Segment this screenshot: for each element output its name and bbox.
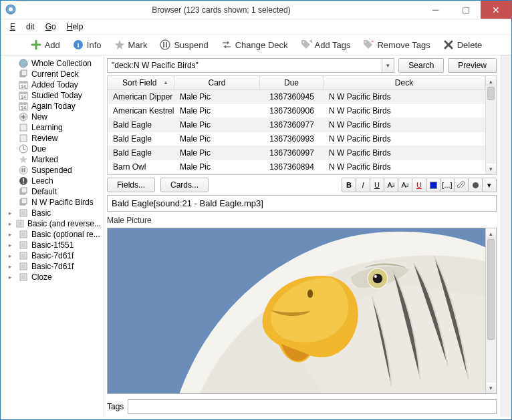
- info-button[interactable]: iInfo: [72, 39, 102, 51]
- cell-deck: N W Pacific Birds: [324, 146, 485, 160]
- table-header[interactable]: Sort Field▲ Card Due Deck: [108, 76, 485, 90]
- table-row[interactable]: American DipperMale Pic1367360945N W Pac…: [108, 90, 485, 104]
- search-button[interactable]: Search: [398, 58, 444, 73]
- cell-card: Male Pic: [174, 118, 260, 132]
- front-field[interactable]: Bald Eagle[sound:21 - Bald Eagle.mp3]: [107, 195, 497, 212]
- cloze-button[interactable]: [...]: [440, 178, 455, 192]
- italic-button[interactable]: I: [356, 178, 370, 192]
- sidebar-item[interactable]: Due: [2, 144, 102, 154]
- maximize-button[interactable]: ▢: [451, 1, 481, 19]
- sidebar-item[interactable]: 14Studied Today: [2, 90, 102, 101]
- sidebar-item[interactable]: Marked: [2, 154, 102, 165]
- image-scrollbar[interactable]: ▴ ▾: [485, 228, 496, 393]
- remove-tags-button[interactable]: −Remove Tags: [362, 39, 430, 51]
- fields-button[interactable]: Fields...: [107, 178, 155, 192]
- preview-button[interactable]: Preview: [448, 58, 497, 73]
- scroll-down-icon[interactable]: ▾: [486, 164, 496, 174]
- superscript-button[interactable]: A2: [384, 178, 398, 192]
- clear-format-button[interactable]: U: [412, 178, 426, 192]
- search-dropdown[interactable]: ▾: [382, 59, 394, 72]
- sidebar-item[interactable]: Whole Collection: [2, 58, 102, 69]
- sidebar-item[interactable]: Default: [2, 186, 102, 197]
- scroll-up-icon[interactable]: ▴: [486, 76, 496, 87]
- col-card[interactable]: Card: [174, 76, 260, 89]
- cell-card: Male Pic: [174, 90, 260, 103]
- sidebar-item[interactable]: ▸Basic-7d61f: [2, 261, 102, 272]
- bold-button[interactable]: B: [342, 178, 356, 192]
- col-deck[interactable]: Deck: [324, 76, 485, 89]
- add-tags-button[interactable]: +Add Tags: [300, 39, 351, 51]
- mark-button[interactable]: Mark: [114, 39, 148, 51]
- svg-point-11: [19, 59, 27, 67]
- sidebar-item[interactable]: Review: [2, 133, 102, 144]
- card-table[interactable]: Sort Field▲ Card Due Deck American Dippe…: [107, 75, 497, 175]
- add-button[interactable]: Add: [30, 39, 60, 51]
- sidebar-item[interactable]: Leech: [2, 176, 102, 186]
- sidebar-item[interactable]: ▸Cloze: [2, 272, 102, 282]
- menu-go[interactable]: Go: [40, 21, 61, 33]
- content-scrollbar[interactable]: [501, 55, 511, 417]
- record-button[interactable]: [468, 178, 483, 192]
- plus-circle-icon: [18, 112, 29, 122]
- sidebar-item[interactable]: ▸Basic-7d61f: [2, 250, 102, 261]
- col-due[interactable]: Due: [260, 76, 324, 89]
- cell-sort-field: Bald Eagle: [108, 132, 174, 146]
- sidebar-item[interactable]: Current Deck: [2, 69, 102, 79]
- delete-button[interactable]: Delete: [442, 39, 483, 51]
- text-color-button[interactable]: [426, 178, 440, 192]
- star-icon: [114, 39, 126, 51]
- attach-button[interactable]: [454, 178, 469, 192]
- menu-edit[interactable]: Edit: [5, 21, 40, 33]
- subscript-button[interactable]: A2: [398, 178, 412, 192]
- table-row[interactable]: Bald EagleMale Pic1367360993N W Pacific …: [108, 132, 485, 146]
- tree-toggle-icon[interactable]: ▸: [9, 231, 15, 238]
- sidebar-item-label: Suspended: [31, 166, 72, 175]
- sidebar-item[interactable]: ▸Basic-1f551: [2, 240, 102, 250]
- sidebar-item[interactable]: New: [2, 112, 102, 122]
- svg-rect-24: [20, 124, 27, 131]
- minimize-button[interactable]: ─: [420, 1, 451, 19]
- table-row[interactable]: American KestrelMale Pic1367360906N W Pa…: [108, 104, 485, 118]
- suspend-button[interactable]: Suspend: [159, 39, 208, 51]
- sidebar-item[interactable]: 14Added Today: [2, 79, 102, 90]
- tree-toggle-icon[interactable]: ▸: [9, 252, 15, 259]
- sidebar-item[interactable]: ▸Basic (optional re...: [2, 229, 102, 240]
- underline-button[interactable]: U: [370, 178, 384, 192]
- more-button[interactable]: ▾: [482, 178, 497, 192]
- table-row[interactable]: Bald EagleMale Pic1367360977N W Pacific …: [108, 118, 485, 132]
- change-deck-button[interactable]: Change Deck: [221, 39, 288, 51]
- table-row[interactable]: Barn OwlMale Pic1367360894N W Pacific Bi…: [108, 160, 485, 174]
- sidebar-item[interactable]: Suspended: [2, 165, 102, 176]
- note-icon: [15, 219, 25, 228]
- cell-card: Male Pic: [174, 104, 260, 118]
- tree-toggle-icon[interactable]: ▸: [9, 274, 15, 280]
- search-combo[interactable]: ▾: [107, 58, 394, 73]
- menu-help[interactable]: Help: [61, 21, 89, 33]
- note-icon: [18, 251, 29, 260]
- close-button[interactable]: ✕: [481, 1, 511, 19]
- search-input[interactable]: [108, 59, 382, 72]
- sidebar-item-label: Basic-7d61f: [31, 262, 74, 271]
- picture-field[interactable]: ▴ ▾: [107, 228, 497, 394]
- tags-input[interactable]: [128, 399, 497, 414]
- sidebar-item-label: Again Today: [31, 101, 76, 111]
- sidebar-item[interactable]: N W Pacific Birds: [2, 197, 102, 208]
- scroll-thumb[interactable]: [487, 87, 495, 100]
- tree-toggle-icon[interactable]: ▸: [9, 210, 15, 216]
- sidebar[interactable]: Whole CollectionCurrent Deck14Added Toda…: [1, 55, 104, 417]
- table-scrollbar[interactable]: ▴ ▾: [485, 76, 496, 174]
- tree-toggle-icon[interactable]: ▸: [9, 242, 15, 248]
- cell-sort-field: Bald Eagle: [108, 146, 174, 160]
- svg-rect-13: [21, 70, 27, 75]
- sidebar-item[interactable]: Learning: [2, 122, 102, 133]
- cards-button[interactable]: Cards...: [160, 178, 209, 192]
- sidebar-item-label: New: [31, 112, 47, 122]
- sidebar-item[interactable]: ▸Basic: [2, 208, 102, 218]
- table-row[interactable]: Bald EagleMale Pic1367360997N W Pacific …: [108, 146, 485, 160]
- tree-toggle-icon[interactable]: ▸: [9, 220, 13, 227]
- col-sort-field[interactable]: Sort Field▲: [108, 76, 174, 89]
- sidebar-item[interactable]: ▸Basic (and reverse...: [2, 218, 102, 229]
- sidebar-item[interactable]: 14Again Today: [2, 101, 102, 112]
- tree-toggle-icon[interactable]: ▸: [9, 263, 15, 270]
- svg-point-70: [374, 275, 377, 278]
